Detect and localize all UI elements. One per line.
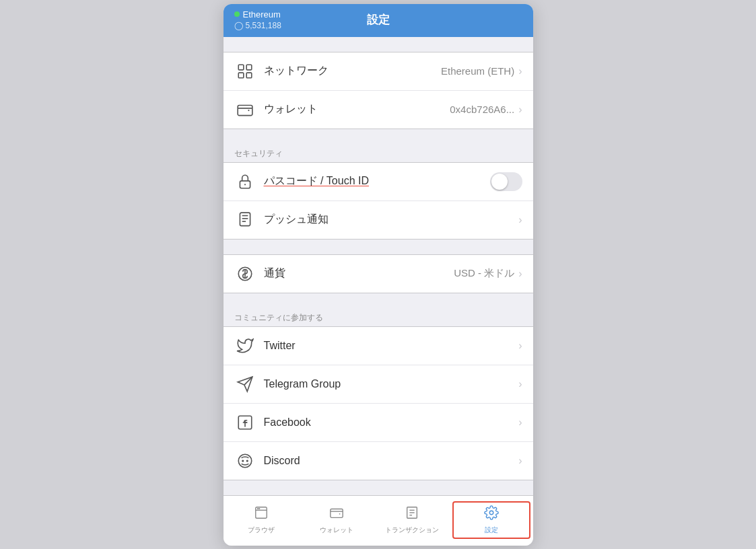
network-row[interactable]: ネットワーク Ethereum (ETH) › (224, 52, 533, 91)
community-section-label: コミュニティに参加する (224, 308, 533, 326)
nav-wallet[interactable]: ウォレット (299, 503, 374, 538)
toggle-knob (491, 174, 508, 190)
currency-value: USD - 米ドル (454, 267, 514, 280)
svg-point-6 (244, 184, 245, 185)
section-gap-1 (224, 37, 533, 52)
facebook-label: Facebook (264, 416, 519, 429)
security-group: パスコード / Touch ID プッシュ通知 › (224, 162, 533, 240)
discord-icon (234, 450, 256, 472)
telegram-icon (234, 373, 256, 395)
header-left: Ethereum ◯ 5,531,188 (234, 9, 281, 30)
security-section-label: セキュリティ (224, 144, 533, 162)
nav-browser[interactable]: ブラウザ (224, 503, 299, 538)
discord-row[interactable]: Discord › (224, 442, 533, 480)
wallet-icon (234, 99, 256, 120)
browser-icon (254, 505, 269, 523)
svg-rect-21 (330, 509, 342, 517)
page-title: 設定 (367, 12, 390, 28)
bottom-navigation: ブラウザ ウォレット トランザクシ (224, 495, 533, 546)
section-gap-5 (224, 480, 533, 495)
balance-icon: ◯ (234, 21, 243, 30)
telegram-row[interactable]: Telegram Group › (224, 365, 533, 404)
wallet-nav-icon (329, 505, 344, 523)
currency-row[interactable]: 通貨 USD - 米ドル › (224, 255, 533, 293)
passcode-row[interactable]: パスコード / Touch ID (224, 163, 533, 201)
telegram-label: Telegram Group (264, 378, 519, 390)
wallet-label: ウォレット (264, 102, 450, 116)
settings-label: 設定 (485, 525, 498, 535)
passcode-toggle[interactable] (490, 172, 522, 191)
facebook-icon (234, 412, 256, 433)
currency-group: 通貨 USD - 米ドル › (224, 254, 533, 293)
twitter-icon (234, 335, 256, 357)
section-gap-4 (224, 293, 533, 308)
push-chevron: › (518, 214, 522, 226)
svg-rect-2 (238, 73, 244, 78)
twitter-row[interactable]: Twitter › (224, 327, 533, 365)
header-balance: ◯ 5,531,188 (234, 21, 281, 30)
network-status-dot (234, 11, 240, 17)
svg-point-19 (257, 508, 258, 509)
push-notification-row[interactable]: プッシュ通知 › (224, 201, 533, 239)
passcode-icon (234, 171, 256, 192)
currency-label: 通貨 (264, 266, 454, 281)
nav-transactions[interactable]: トランザクション (374, 503, 450, 538)
twitter-label: Twitter (264, 340, 519, 352)
svg-point-16 (242, 460, 244, 462)
app-header: Ethereum ◯ 5,531,188 設定 (224, 4, 533, 37)
wallet-nav-label: ウォレット (320, 525, 353, 535)
network-value: Ethereum (ETH) (441, 65, 514, 77)
passcode-label: パスコード / Touch ID (264, 174, 490, 188)
network-icon (234, 61, 256, 82)
currency-chevron: › (518, 268, 522, 280)
transactions-label: トランザクション (385, 525, 439, 535)
facebook-row[interactable]: Facebook › (224, 404, 533, 442)
phone-container: Ethereum ◯ 5,531,188 設定 ネットワーク Ethereum … (224, 4, 533, 546)
community-group: Twitter › Telegram Group › (224, 326, 533, 480)
svg-point-22 (339, 513, 340, 514)
discord-label: Discord (264, 455, 519, 467)
wallet-value: 0x4cb726A6... (450, 104, 514, 115)
currency-icon (234, 263, 256, 285)
svg-point-17 (246, 460, 248, 462)
svg-rect-3 (246, 73, 252, 78)
wallet-chevron: › (518, 104, 522, 116)
svg-rect-4 (238, 105, 252, 115)
network-label: ネットワーク (264, 64, 441, 78)
svg-rect-0 (238, 65, 244, 70)
nav-settings[interactable]: 設定 (452, 501, 530, 539)
browser-label: ブラウザ (248, 525, 275, 535)
section-gap-2 (224, 129, 533, 144)
telegram-chevron: › (518, 378, 522, 390)
svg-point-20 (259, 508, 259, 509)
svg-point-15 (238, 454, 252, 468)
twitter-chevron: › (518, 340, 522, 352)
network-chevron: › (518, 65, 522, 77)
network-wallet-group: ネットワーク Ethereum (ETH) › ウォレット 0x4cb726A6… (224, 52, 533, 129)
discord-chevron: › (518, 455, 522, 467)
push-icon (234, 209, 256, 231)
svg-point-27 (489, 511, 493, 515)
facebook-chevron: › (518, 416, 522, 429)
transactions-icon (405, 505, 419, 523)
section-gap-3 (224, 240, 533, 254)
wallet-row[interactable]: ウォレット 0x4cb726A6... › (224, 91, 533, 129)
network-name: Ethereum (234, 9, 281, 20)
push-label: プッシュ通知 (264, 213, 519, 227)
svg-rect-1 (246, 65, 252, 70)
settings-icon (484, 505, 499, 523)
svg-rect-7 (240, 213, 250, 226)
